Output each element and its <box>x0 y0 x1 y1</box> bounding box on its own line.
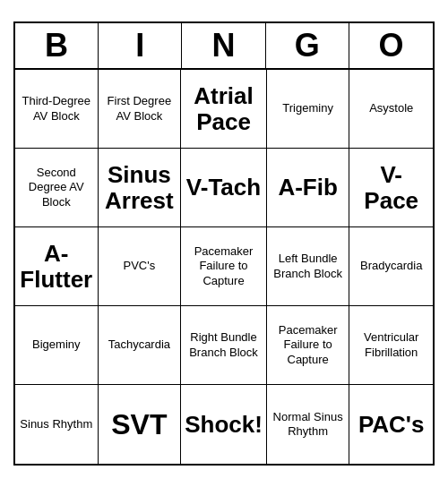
header-letter: G <box>266 23 349 68</box>
bingo-cell[interactable]: PAC's <box>349 385 433 464</box>
bingo-cell[interactable]: Right Bundle Branch Block <box>181 306 267 385</box>
bingo-cell[interactable]: Third-Degree AV Block <box>15 70 99 149</box>
bingo-cell[interactable]: Bigeminy <box>15 306 99 385</box>
bingo-header: BINGO <box>15 23 433 70</box>
header-letter: I <box>99 23 182 68</box>
header-letter: B <box>15 23 99 68</box>
bingo-cell[interactable]: Normal Sinus Rhythm <box>267 385 350 464</box>
bingo-cell[interactable]: Sinus Arrest <box>99 149 182 227</box>
bingo-cell[interactable]: V-Tach <box>181 149 267 227</box>
bingo-cell[interactable]: SVT <box>99 385 182 464</box>
bingo-grid: Third-Degree AV BlockFirst Degree AV Blo… <box>15 70 433 464</box>
bingo-cell[interactable]: Left Bundle Branch Block <box>267 227 350 306</box>
bingo-cell[interactable]: A-Fib <box>267 149 350 227</box>
bingo-cell[interactable]: PVC's <box>99 227 182 306</box>
bingo-card: BINGO Third-Degree AV BlockFirst Degree … <box>13 21 435 466</box>
bingo-cell[interactable]: Ventricular Fibrillation <box>349 306 433 385</box>
bingo-cell[interactable]: Tachycardia <box>99 306 182 385</box>
bingo-cell[interactable]: Trigeminy <box>267 70 350 149</box>
bingo-cell[interactable]: Pacemaker Failure to Capture <box>181 227 267 306</box>
bingo-cell[interactable]: Second Degree AV Block <box>15 149 99 227</box>
bingo-cell[interactable]: Pacemaker Failure to Capture <box>267 306 350 385</box>
bingo-cell[interactable]: Atrial Pace <box>181 70 267 149</box>
bingo-cell[interactable]: V-Pace <box>349 149 433 227</box>
bingo-cell[interactable]: Bradycardia <box>349 227 433 306</box>
bingo-cell[interactable]: First Degree AV Block <box>99 70 182 149</box>
bingo-cell[interactable]: Sinus Rhythm <box>15 385 99 464</box>
bingo-cell[interactable]: Shock! <box>181 385 267 464</box>
bingo-cell[interactable]: Asystole <box>349 70 433 149</box>
header-letter: N <box>182 23 265 68</box>
bingo-cell[interactable]: A-Flutter <box>15 227 99 306</box>
header-letter: O <box>349 23 433 68</box>
